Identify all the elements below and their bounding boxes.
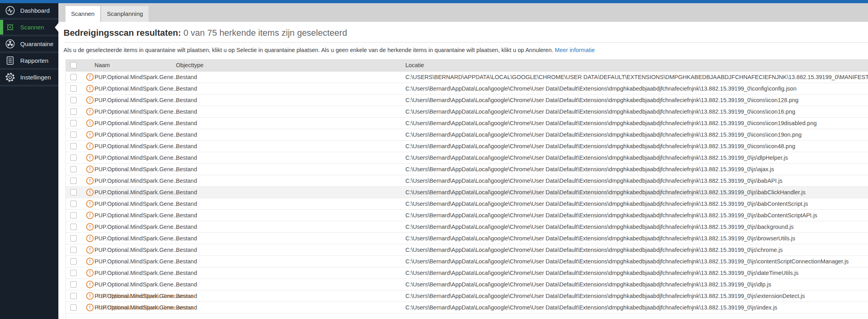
table-row[interactable]: !PUP.Optional.MindSpark.Gene...BestandC:… (66, 210, 868, 221)
table-row[interactable]: !PUP.Optional.MindSpark.Gene...BestandC:… (66, 106, 868, 118)
row-checkbox[interactable] (70, 247, 77, 253)
threat-name: PUP.Optional.MindSpark.Gene... (95, 85, 178, 92)
table-row[interactable]: !PUP.Optional.MindSpark.Gene...BestandC:… (66, 152, 868, 164)
object-type: Bestand (176, 108, 197, 115)
object-type: Bestand (176, 120, 197, 126)
warning-icon: ! (86, 143, 94, 150)
sidebar-item-dashboard[interactable]: Dashboard (0, 3, 58, 20)
header-divider (64, 42, 868, 43)
location-path: C:\Users\Bernard\AppData\Local\google\Ch… (405, 201, 808, 207)
sidebar-item-scannen[interactable]: Scannen (0, 20, 58, 37)
tab-scanplanning[interactable]: Scanplanning (101, 6, 149, 22)
table-row[interactable]: !PUP.Optional.MindSpark.Gene...BestandC:… (66, 95, 868, 106)
warning-icon: ! (86, 154, 94, 162)
row-checkbox[interactable] (70, 178, 77, 184)
table-row[interactable]: !PUP.Optional.MindSpark.Gene...BestandC:… (66, 221, 868, 233)
location-path: C:\Users\Bernard\AppData\Local\google\Ch… (405, 143, 795, 149)
table-row[interactable]: !PUP.Optional.MindSpark.Gene...BestandC:… (66, 118, 868, 129)
table-row[interactable]: !PUP.Optional.MindSpark.Gene...BestandC:… (66, 233, 868, 244)
row-checkbox[interactable] (70, 97, 77, 103)
table-row[interactable]: !PUP.Optional.MindSpark.Gene.ammaPUP.Opt… (66, 302, 868, 313)
row-checkbox[interactable] (70, 281, 77, 288)
threat-name-text: PUP.Optional.MindSpark.Gene... (95, 97, 178, 103)
row-checkbox[interactable] (70, 224, 77, 230)
threat-name-text: PUP.Optional.MindSpark.Gene... (95, 235, 178, 242)
location-path: C:\Users\Bernard\AppData\Local\google\Ch… (405, 281, 771, 288)
threat-name: PUP.Optional.MindSpark.Gene... (95, 281, 178, 288)
warning-icon: ! (86, 292, 94, 300)
table-header: Naam Objecttype Locatie (66, 59, 868, 72)
sidebar-item-label: Scannen (20, 24, 44, 31)
table-row[interactable]: !PUP.Optional.MindSpark.Gene...BestandC:… (66, 141, 868, 152)
location-path: C:\Users\Bernard\AppData\Local\google\Ch… (405, 97, 799, 103)
sidebar-item-quarantaine[interactable]: Quarantaine (0, 37, 58, 53)
row-checkbox[interactable] (70, 120, 77, 126)
row-checkbox[interactable] (70, 143, 77, 149)
table-row[interactable]: !PUP.Optional.MindSpark.Gene...BestandC:… (66, 198, 868, 210)
threat-name: PUP.Optional.MindSpark.Gene... (95, 270, 178, 276)
meer-informatie-link[interactable]: Meer informatie (555, 47, 595, 53)
location-path: C:\Users\Bernard\AppData\Local\google\Ch… (405, 212, 817, 218)
threat-name: PUP.Optional.MindSpark.Gene... (95, 155, 178, 161)
location-path: C:\Users\Bernard\AppData\Local\google\Ch… (405, 304, 777, 311)
column-header-objecttype: Objecttype (176, 62, 203, 68)
row-checkbox[interactable] (70, 166, 77, 172)
row-checkbox[interactable] (70, 131, 77, 138)
row-checkbox[interactable] (70, 212, 77, 218)
threat-name-text: PUP.Optional.MindSpark.Gene... (95, 108, 178, 115)
object-type: Bestand (176, 258, 197, 265)
row-checkbox[interactable] (70, 235, 77, 242)
table-row[interactable]: !PUP.Optional.MindSpark.Gene...BestandC:… (66, 244, 868, 256)
tab-scannen[interactable]: Scannen (66, 6, 100, 22)
scan-target-icon (5, 22, 15, 32)
table-row[interactable]: !PUP.Optional.MindSpark.Gene...BestandC:… (66, 72, 868, 83)
threat-name: PUP.Optional.MindSpark.Gene... (95, 224, 178, 230)
select-all-checkbox[interactable] (70, 62, 77, 68)
object-type: Bestand (176, 247, 197, 253)
page-title-bold: Bedreigingsscan resultaten: (64, 28, 181, 38)
threat-name-text: PUP.Optional.MindSpark.Gene... (95, 293, 178, 299)
row-checkbox[interactable] (70, 270, 77, 276)
row-checkbox[interactable] (70, 189, 77, 195)
sidebar-item-label: Instellingen (20, 74, 51, 81)
threat-name: PUP.Optional.MindSpark.Gene.ammaPUP.Opti… (95, 293, 178, 299)
warning-icon: ! (86, 120, 94, 127)
table-row[interactable]: !PUP.Optional.MindSpark.Gene.ammaPUP.Opt… (66, 290, 868, 302)
object-type: Bestand (176, 155, 197, 161)
object-type: Bestand (176, 85, 197, 92)
results-table: Naam Objecttype Locatie !PUP.Optional.Mi… (66, 59, 868, 319)
table-row[interactable]: !PUP.Optional.MindSpark.Gene...BestandC:… (66, 279, 868, 290)
location-path: C:\Users\Bernard\AppData\Local\google\Ch… (405, 235, 795, 242)
tab-strip: Scannen Scanplanning (58, 3, 868, 22)
table-row[interactable]: !PUP.Optional.MindSpark.Gene...BestandC:… (66, 164, 868, 175)
location-path: C:\Users\Bernard\AppData\Local\google\Ch… (405, 108, 795, 115)
threat-name-text: PUP.Optional.MindSpark.Gene... (95, 166, 178, 172)
threat-name-text: PUP.Optional.MindSpark.Gene... (95, 74, 178, 80)
table-row[interactable]: !PUP.Optional.MindSpark.Gene...BestandC:… (66, 267, 868, 279)
sidebar-item-instellingen[interactable]: Instellingen (0, 70, 58, 87)
page-title: Bedreigingsscan resultaten: 0 van 75 her… (64, 28, 347, 38)
row-checkbox[interactable] (70, 85, 77, 92)
table-row[interactable]: !PUP.Optional.MindSpark.Gene...BestandC:… (66, 187, 868, 198)
top-accent-bar (0, 0, 868, 3)
dashboard-icon (5, 6, 15, 15)
threat-name-text: PUP.Optional.MindSpark.Gene... (95, 120, 178, 126)
row-checkbox[interactable] (70, 293, 77, 299)
threat-name: PUP.Optional.MindSpark.Gene... (95, 258, 178, 265)
warning-icon: ! (86, 73, 94, 81)
sidebar-item-rapporten[interactable]: Rapporten (0, 53, 58, 70)
row-checkbox[interactable] (70, 74, 77, 80)
object-type: Bestand (176, 212, 197, 218)
row-checkbox[interactable] (70, 108, 77, 115)
table-row[interactable]: !PUP.Optional.MindSpark.Gene...BestandC:… (66, 256, 868, 267)
row-checkbox[interactable] (70, 304, 77, 311)
table-row[interactable]: !PUP.Optional.MindSpark.Gene...BestandC:… (66, 175, 868, 187)
object-type: Bestand (176, 97, 197, 103)
object-type: Bestand (176, 74, 197, 80)
table-row[interactable]: !PUP.Optional.MindSpark.Gene...BestandC:… (66, 83, 868, 95)
row-checkbox[interactable] (70, 258, 77, 265)
table-row[interactable]: !PUP.Optional.MindSpark.Gene...BestandC:… (66, 129, 868, 141)
warning-icon: ! (86, 212, 94, 219)
row-checkbox[interactable] (70, 201, 77, 207)
row-checkbox[interactable] (70, 155, 77, 161)
